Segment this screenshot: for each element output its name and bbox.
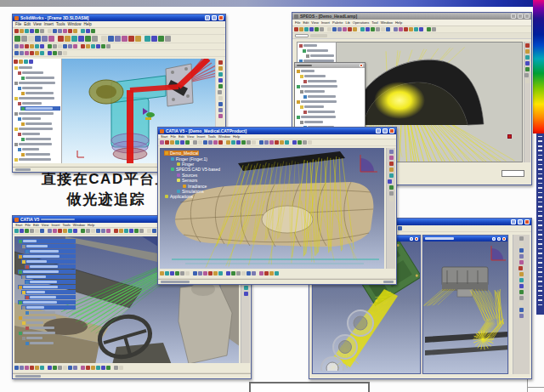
menu-item-edit[interactable]: Edit [303, 20, 309, 25]
menu-item-view[interactable]: View [187, 134, 195, 139]
tree-item[interactable] [20, 106, 60, 111]
toolbar-icon[interactable] [14, 44, 19, 48]
toolbar-icon[interactable] [203, 140, 207, 145]
titlebar[interactable]: SPEOS - [Demo_HeadLamp] [292, 13, 531, 20]
toolbar-icon[interactable] [48, 366, 52, 370]
toolbar-icon[interactable] [101, 36, 107, 42]
menu-item-edit[interactable]: Edit [178, 134, 184, 139]
toolbar-icon[interactable] [327, 27, 332, 31]
toolbar-icon[interactable] [275, 140, 279, 145]
toolbar-icon[interactable] [264, 271, 269, 276]
tree-item[interactable] [17, 132, 60, 136]
toolbar-icon[interactable] [389, 156, 394, 160]
toolbar-icon[interactable] [53, 51, 57, 55]
toolbar-icon[interactable] [35, 36, 41, 42]
toolbar-icon[interactable] [20, 366, 24, 370]
tree-item[interactable] [17, 71, 60, 75]
tree-item[interactable] [20, 91, 60, 95]
tree-item[interactable] [18, 285, 76, 289]
toolbar-icon[interactable] [115, 36, 121, 42]
toolbar-icon[interactable] [68, 29, 72, 33]
toolbar-icon[interactable] [58, 366, 62, 370]
menu-item-window[interactable]: Window [381, 20, 393, 25]
toolbar-icon[interactable] [389, 197, 394, 202]
toolbar-icon[interactable] [525, 49, 530, 54]
tree-item[interactable] [17, 86, 60, 90]
toolbar-icon[interactable] [160, 271, 164, 276]
menu-item-insert[interactable]: Insert [196, 134, 205, 139]
minimize-button[interactable] [376, 128, 381, 134]
toolbar-icon[interactable] [518, 266, 523, 270]
toolbar-icon[interactable] [92, 36, 98, 42]
viewport-3d[interactable]: Demo_MedicalFinger (Finger.1)FingerSPEOS… [160, 148, 384, 269]
toolbar-icon[interactable] [58, 44, 62, 48]
toolbar-icon[interactable] [304, 27, 309, 31]
toolbar-icon[interactable] [394, 27, 398, 31]
toolbar-icon[interactable] [218, 66, 223, 71]
toolbar-icon[interactable] [198, 271, 202, 276]
toolbar-icon[interactable] [218, 102, 223, 106]
toolbar-icon[interactable] [519, 236, 524, 241]
toolbar-icon[interactable] [20, 29, 24, 33]
toolbar-icon[interactable] [40, 29, 44, 33]
menu-item-tool[interactable]: Tool [371, 20, 377, 25]
close-button[interactable] [218, 15, 224, 20]
toolbar-icon[interactable] [63, 366, 67, 370]
toolbar-icon[interactable] [519, 290, 524, 294]
toolbar-icon[interactable] [119, 229, 123, 233]
toolbar-icon[interactable] [160, 140, 164, 145]
close-button[interactable] [524, 219, 530, 224]
toolbar-icon[interactable] [30, 229, 34, 233]
toolbar-icon[interactable] [14, 229, 19, 233]
child-window-projector[interactable] [422, 235, 508, 374]
toolbar-icon[interactable] [218, 90, 222, 94]
close-button[interactable] [502, 237, 506, 241]
toolbar-icon[interactable] [14, 36, 20, 42]
feature-tree-panel[interactable] [13, 59, 62, 163]
toolbar-icon[interactable] [525, 55, 530, 60]
maximize-button[interactable] [212, 15, 217, 20]
toolbar-icon[interactable] [40, 366, 44, 370]
tree-item[interactable] [305, 54, 335, 58]
toolbar-icon[interactable] [48, 36, 54, 42]
tree-item[interactable] [18, 254, 76, 258]
toolbar-icon[interactable] [388, 179, 392, 184]
toolbar-icon[interactable] [122, 36, 128, 42]
tree-item[interactable] [14, 111, 60, 116]
toolbar-icon[interactable] [280, 140, 284, 145]
toolbar-icon[interactable] [165, 36, 171, 42]
toolbar-icon[interactable] [58, 229, 62, 233]
tree-item[interactable] [296, 84, 364, 88]
toolbar-icon[interactable] [73, 229, 77, 233]
toolbar-icon[interactable] [85, 36, 91, 42]
menu-item-view[interactable]: View [42, 223, 49, 227]
menu-item-file[interactable]: File [15, 22, 21, 26]
toolbar-icon[interactable] [389, 168, 394, 172]
toolbar-icon[interactable] [525, 43, 530, 48]
tree-item[interactable] [299, 120, 364, 124]
titlebar[interactable]: CATIA V5 - [Demo_Medical.CATProduct] [158, 128, 396, 134]
tree-item[interactable] [299, 105, 364, 109]
toolbar-icon[interactable] [81, 366, 85, 370]
tree-item[interactable] [21, 244, 76, 248]
toolbar-icon[interactable] [432, 27, 436, 31]
toolbar-icon[interactable] [106, 366, 110, 370]
toolbar-icon[interactable] [203, 271, 207, 276]
toolbar-icon[interactable] [158, 36, 164, 42]
toolbar-icon[interactable] [30, 44, 34, 48]
toolbar-icon[interactable] [519, 272, 524, 276]
tree-item[interactable] [25, 295, 76, 299]
toolbar-icon[interactable] [129, 229, 133, 233]
toolbar-icon[interactable] [68, 44, 72, 48]
toolbar-icon[interactable] [147, 229, 151, 233]
tree-item[interactable] [14, 157, 60, 162]
menu-item-tools[interactable]: Tools [207, 134, 215, 139]
titlebar[interactable]: SolidWorks - [Frame 3D.SLDASM] [13, 14, 225, 21]
toolbar-icon[interactable] [58, 29, 62, 33]
toolbar-icon[interactable] [337, 27, 342, 31]
minimize-button[interactable] [511, 219, 516, 224]
toolbar-icon[interactable] [35, 229, 39, 233]
toolbar-icon[interactable] [294, 27, 298, 31]
tree-item[interactable] [17, 162, 60, 163]
toolbar-icon[interactable] [73, 44, 77, 48]
